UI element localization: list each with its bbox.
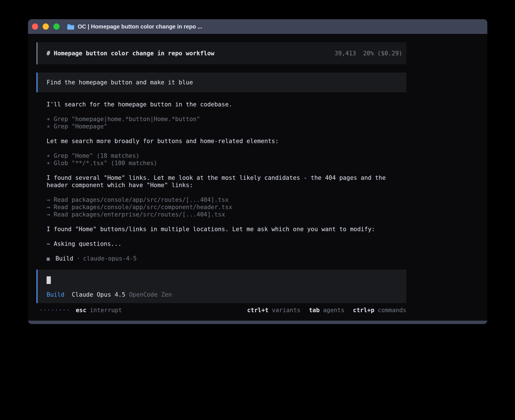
tool-call-line: → Read packages/enterprise/src/routes/[.… xyxy=(47,211,406,218)
hint-agents: tab agents xyxy=(309,307,344,314)
tool-call-group: → Read packages/console/app/src/routes/[… xyxy=(47,196,406,218)
tool-call-line: ∗ Grep "homepage|home.*button|Home.*butt… xyxy=(47,115,406,123)
close-button[interactable] xyxy=(32,23,38,30)
assistant-message: Let me search more broadly for buttons a… xyxy=(47,137,406,145)
token-count: 39,413 xyxy=(335,50,356,57)
assistant-message: I found "Home" buttons/links in multiple… xyxy=(47,226,406,233)
footer-shortcuts: ctrl+t variants tab agents ctrl+p comman… xyxy=(247,307,406,314)
assistant-message: I found several "Home" links. Let me loo… xyxy=(47,174,406,189)
hint-label: commands xyxy=(378,307,406,314)
tool-call-group: ∗ Grep "homepage|home.*button|Home.*butt… xyxy=(47,115,406,130)
session-content: # Homepage button color change in repo w… xyxy=(28,34,406,314)
status-bar: ········ esc interrupt ctrl+t variants t… xyxy=(36,307,406,314)
hint-key: tab xyxy=(309,307,320,314)
hint-key: esc xyxy=(76,307,86,314)
session-title: # Homepage button color change in repo w… xyxy=(47,50,214,57)
tool-call-line: ∗ Glob "**/*.tsx" (100 matches) xyxy=(47,159,406,167)
tool-call-line: → Read packages/console/app/src/routes/[… xyxy=(47,196,406,204)
hint-label: variants xyxy=(272,307,300,314)
agent-model: claude-opus-4-5 xyxy=(83,255,137,262)
terminal-content: # Homepage button color change in repo w… xyxy=(28,34,487,321)
hint-commands: ctrl+p commands xyxy=(353,307,406,314)
agent-name: Build xyxy=(55,255,73,262)
tool-call-line: ∗ Grep "Home" (18 matches) xyxy=(47,152,406,159)
conversation: I'll search for the homepage button in t… xyxy=(36,101,406,262)
tool-call-group: ∗ Grep "Home" (18 matches) ∗ Glob "**/*.… xyxy=(47,152,406,167)
hint-key: ctrl+p xyxy=(353,307,374,314)
spinner-dots: ········ xyxy=(39,307,70,314)
context-usage: 20% ($0.29) xyxy=(363,50,402,57)
hint-key: ctrl+t xyxy=(247,307,269,314)
tool-call-line: ∗ Grep "Homepage" xyxy=(47,123,406,130)
prompt-input[interactable]: Build Claude Opus 4.5 OpenCode Zen xyxy=(36,270,406,303)
separator-dot: · xyxy=(77,255,80,262)
text-cursor xyxy=(47,276,51,284)
status-line: ~ Asking questions... xyxy=(47,240,406,248)
agent-icon: ▣ xyxy=(47,255,50,262)
agent-status-line: ▣ Build · claude-opus-4-5 xyxy=(47,255,406,262)
zoom-button[interactable] xyxy=(53,23,60,30)
input-mode: Build xyxy=(47,291,64,298)
hint-label: interrupt xyxy=(90,307,122,314)
hint-variants: ctrl+t variants xyxy=(247,307,300,314)
session-header: # Homepage button color change in repo w… xyxy=(36,42,406,64)
hint-interrupt: esc interrupt xyxy=(76,307,122,314)
folder-icon xyxy=(67,23,75,30)
user-message: Find the homepage button and make it blu… xyxy=(36,73,406,92)
input-provider: OpenCode Zen xyxy=(129,291,172,298)
user-message-text: Find the homepage button and make it blu… xyxy=(47,79,193,86)
input-model: Claude Opus 4.5 xyxy=(72,291,125,298)
hint-label: agents xyxy=(323,307,344,314)
session-meta: 39,413 20% ($0.29) xyxy=(335,50,402,57)
window-title: OC | Homepage button color change in rep… xyxy=(78,23,202,30)
window-titlebar[interactable]: OC | Homepage button color change in rep… xyxy=(28,19,487,34)
assistant-message: I'll search for the homepage button in t… xyxy=(47,101,406,108)
tool-call-line: → Read packages/console/app/src/componen… xyxy=(47,204,406,211)
input-status-line: Build Claude Opus 4.5 OpenCode Zen xyxy=(47,291,406,298)
minimize-button[interactable] xyxy=(43,23,49,30)
traffic-lights xyxy=(32,23,60,30)
terminal-window: OC | Homepage button color change in rep… xyxy=(28,19,487,324)
